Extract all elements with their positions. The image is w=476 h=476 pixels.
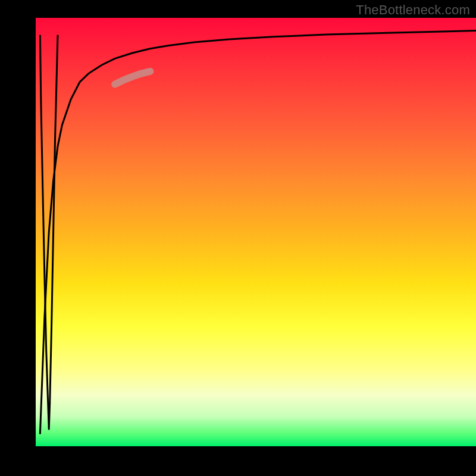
highlight-segment-path <box>115 71 150 84</box>
chart-frame: TheBottleneck.com <box>0 0 476 476</box>
curve-layer <box>36 18 476 446</box>
watermark-text: TheBottleneck.com <box>356 2 470 18</box>
curve-group <box>40 31 476 434</box>
plot-area <box>36 18 476 446</box>
main-curve-path <box>40 31 476 434</box>
